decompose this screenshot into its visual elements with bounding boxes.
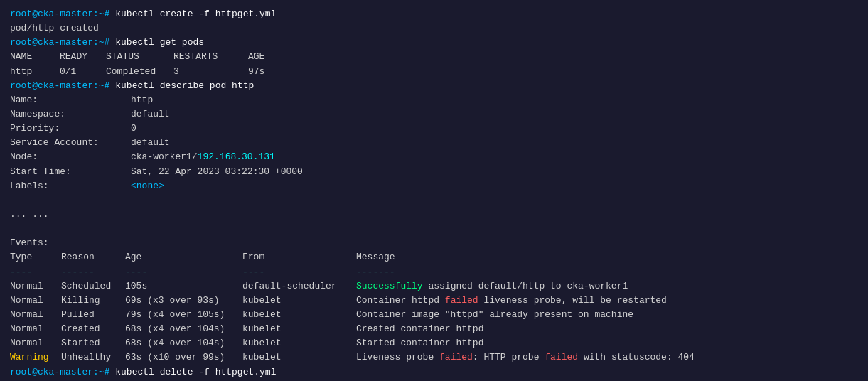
terminal: root@cka-master:~# kubectl create -f htt…: [0, 0, 868, 381]
dots: [10, 193, 858, 208]
desc-node: Node:cka-worker1/192.168.30.131: [10, 150, 858, 164]
event-started: NormalStarted68s (x4 over 104s)kubeletSt…: [10, 336, 858, 350]
desc-name: Name:http: [10, 93, 858, 107]
command-line-3: root@cka-master:~# kubectl describe pod …: [10, 79, 858, 93]
event-scheduled: NormalScheduled105sdefault-schedulerSucc…: [10, 279, 858, 294]
events-col-sep: -------------------------: [10, 265, 858, 279]
desc-starttime: Start Time:Sat, 22 Apr 2023 03:22:30 +00…: [10, 165, 858, 179]
cmd-4: kubectl delete -f httpget.yml: [115, 367, 276, 377]
prompt-2: root@cka-master:~#: [10, 37, 115, 48]
pods-header: NAMEREADYSTATUSRESTARTSAGE: [10, 50, 858, 64]
prompt-1: root@cka-master:~#: [10, 9, 115, 19]
cmd-3: kubectl describe pod http: [115, 80, 254, 91]
prompt-4: root@cka-master:~#: [10, 367, 115, 377]
command-line-1: root@cka-master:~# kubectl create -f htt…: [10, 7, 858, 21]
desc-priority: Priority:0: [10, 122, 858, 136]
output-1: pod/http created: [10, 21, 858, 36]
events-col-headers: TypeReasonAgeFromMessage: [10, 250, 858, 264]
event-killing: NormalKilling69s (x3 over 93s)kubeletCon…: [10, 294, 858, 308]
desc-labels: Labels:<none>: [10, 179, 858, 193]
cmd-1: kubectl create -f httpget.yml: [115, 9, 276, 19]
command-line-2: root@cka-master:~# kubectl get pods: [10, 36, 858, 50]
event-created: NormalCreated68s (x4 over 104s)kubeletCr…: [10, 322, 858, 336]
events-section: Events:: [10, 236, 858, 250]
desc-sa: Service Account:default: [10, 136, 858, 150]
prompt-3: root@cka-master:~#: [10, 80, 115, 91]
event-pulled: NormalPulled79s (x4 over 105s)kubeletCon…: [10, 308, 858, 322]
command-line-4: root@cka-master:~# kubectl delete -f htt…: [10, 365, 858, 380]
pods-row: http0/1Completed397s: [10, 65, 858, 79]
event-unhealthy: WarningUnhealthy63s (x10 over 99s)kubele…: [10, 350, 858, 365]
cmd-2: kubectl get pods: [115, 37, 204, 48]
dots-text: ... ...: [10, 208, 858, 222]
desc-ns: Namespace:default: [10, 107, 858, 122]
spacer1: [10, 222, 858, 236]
